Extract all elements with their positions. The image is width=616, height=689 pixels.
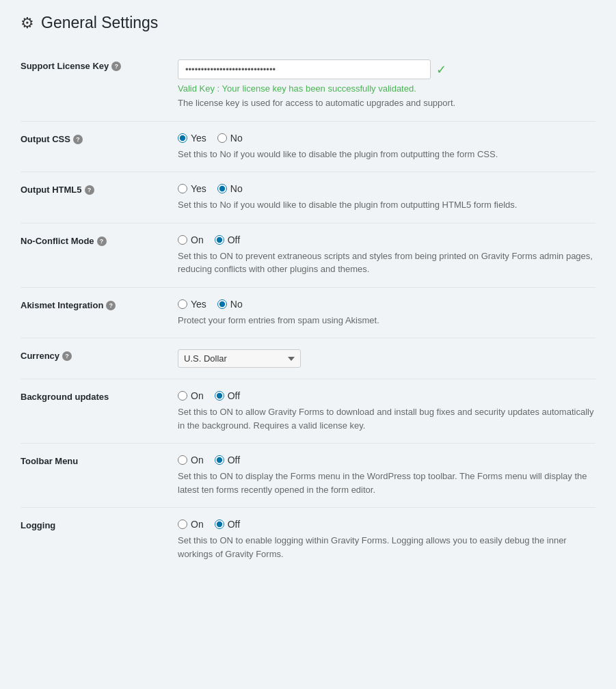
radio-group-background-updates: OnOff bbox=[178, 390, 595, 401]
help-icon-currency[interactable]: ? bbox=[62, 351, 72, 361]
radio-group-logging: OnOff bbox=[178, 519, 595, 530]
label-text-logging: Logging bbox=[21, 520, 55, 530]
help-icon-akismet-integration[interactable]: ? bbox=[106, 301, 116, 310]
label-text-currency: Currency bbox=[21, 351, 59, 361]
radio-input-no-conflict-mode-on[interactable] bbox=[178, 235, 187, 245]
radio-label-toolbar-menu-on: On bbox=[191, 455, 204, 465]
radio-akismet-integration-no[interactable]: No bbox=[217, 299, 243, 310]
radio-label-output-html5-no: No bbox=[230, 183, 243, 194]
settings-row-support-license-key: Support License Key?✓Valid Key : Your li… bbox=[21, 49, 595, 122]
license-valid-icon: ✓ bbox=[436, 62, 446, 77]
label-text-toolbar-menu: Toolbar Menu bbox=[21, 456, 78, 466]
settings-row-background-updates: Background updatesOnOffSet this to ON to… bbox=[21, 379, 595, 444]
radio-input-background-updates-off[interactable] bbox=[215, 391, 224, 401]
content-akismet-integration: YesNoProtect your form entries from spam… bbox=[171, 299, 595, 327]
label-toolbar-menu: Toolbar Menu bbox=[21, 455, 171, 496]
settings-row-output-css: Output CSS?YesNoSet this to No if you wo… bbox=[21, 122, 595, 173]
settings-row-akismet-integration: Akismet Integration?YesNoProtect your fo… bbox=[21, 288, 595, 339]
desc-akismet-integration: Protect your form entries from spam usin… bbox=[178, 314, 595, 327]
label-no-conflict-mode: No-Conflict Mode? bbox=[21, 234, 171, 276]
radio-input-logging-off[interactable] bbox=[215, 519, 224, 529]
radio-label-no-conflict-mode-on: On bbox=[191, 234, 204, 245]
radio-output-html5-yes[interactable]: Yes bbox=[178, 183, 206, 194]
radio-background-updates-on[interactable]: On bbox=[178, 390, 204, 401]
radio-input-toolbar-menu-off[interactable] bbox=[215, 455, 224, 465]
radio-label-akismet-integration-no: No bbox=[230, 299, 243, 310]
radio-label-output-html5-yes: Yes bbox=[191, 183, 206, 194]
desc-no-conflict-mode: Set this to ON to prevent extraneous scr… bbox=[178, 249, 595, 276]
radio-label-background-updates-on: On bbox=[191, 390, 204, 401]
label-text-support-license-key: Support License Key bbox=[21, 61, 109, 71]
content-currency: U.S. DollarEuroBritish Pound bbox=[171, 349, 595, 368]
radio-input-no-conflict-mode-off[interactable] bbox=[215, 235, 224, 245]
desc-logging: Set this to ON to enable logging within … bbox=[178, 534, 595, 560]
radio-akismet-integration-yes[interactable]: Yes bbox=[178, 299, 206, 310]
radio-label-output-css-no: No bbox=[230, 133, 243, 144]
radio-label-logging-off: Off bbox=[228, 519, 240, 530]
content-output-html5: YesNoSet this to No if you would like to… bbox=[171, 183, 595, 212]
settings-container: Support License Key?✓Valid Key : Your li… bbox=[21, 49, 595, 571]
radio-group-toolbar-menu: OnOff bbox=[178, 455, 595, 465]
content-logging: OnOffSet this to ON to enable logging wi… bbox=[171, 519, 595, 560]
radio-toolbar-menu-off[interactable]: Off bbox=[215, 455, 240, 465]
label-logging: Logging bbox=[21, 519, 171, 560]
radio-output-css-no[interactable]: No bbox=[217, 133, 243, 144]
radio-label-akismet-integration-yes: Yes bbox=[191, 299, 206, 310]
radio-background-updates-off[interactable]: Off bbox=[215, 390, 240, 401]
label-text-no-conflict-mode: No-Conflict Mode bbox=[21, 236, 94, 246]
radio-input-output-css-no[interactable] bbox=[217, 133, 227, 143]
radio-input-toolbar-menu-on[interactable] bbox=[178, 455, 187, 465]
desc-output-html5: Set this to No if you would like to disa… bbox=[178, 198, 595, 212]
help-icon-output-html5[interactable]: ? bbox=[85, 185, 94, 195]
radio-group-output-css: YesNo bbox=[178, 133, 595, 144]
help-icon-support-license-key[interactable]: ? bbox=[111, 62, 121, 71]
desc-output-css: Set this to No if you would like to disa… bbox=[178, 148, 595, 161]
gear-icon: ⚙ bbox=[21, 14, 34, 32]
settings-row-logging: LoggingOnOffSet this to ON to enable log… bbox=[21, 508, 595, 571]
desc-background-updates: Set this to ON to allow Gravity Forms to… bbox=[178, 405, 595, 432]
radio-output-css-yes[interactable]: Yes bbox=[178, 133, 206, 144]
content-no-conflict-mode: OnOffSet this to ON to prevent extraneou… bbox=[171, 234, 595, 276]
radio-no-conflict-mode-on[interactable]: On bbox=[178, 234, 204, 245]
content-support-license-key: ✓Valid Key : Your license key has been s… bbox=[171, 59, 595, 110]
label-background-updates: Background updates bbox=[21, 390, 171, 432]
page-header: ⚙ General Settings bbox=[21, 14, 595, 32]
radio-group-akismet-integration: YesNo bbox=[178, 299, 595, 310]
radio-input-akismet-integration-no[interactable] bbox=[217, 299, 227, 309]
radio-label-background-updates-off: Off bbox=[228, 390, 240, 401]
settings-row-output-html5: Output HTML5?YesNoSet this to No if you … bbox=[21, 172, 595, 224]
settings-row-toolbar-menu: Toolbar MenuOnOffSet this to ON to displ… bbox=[21, 444, 595, 508]
radio-input-akismet-integration-yes[interactable] bbox=[178, 299, 187, 309]
radio-toolbar-menu-on[interactable]: On bbox=[178, 455, 204, 465]
label-text-akismet-integration: Akismet Integration bbox=[21, 300, 103, 310]
label-text-output-html5: Output HTML5 bbox=[21, 185, 82, 195]
radio-logging-on[interactable]: On bbox=[178, 519, 204, 530]
radio-input-output-css-yes[interactable] bbox=[178, 133, 187, 143]
desc-toolbar-menu: Set this to ON to display the Forms menu… bbox=[178, 470, 595, 496]
label-akismet-integration: Akismet Integration? bbox=[21, 299, 171, 327]
license-valid-message: Valid Key : Your license key has been su… bbox=[178, 83, 595, 94]
radio-group-no-conflict-mode: OnOff bbox=[178, 234, 595, 245]
license-key-input[interactable] bbox=[178, 59, 431, 79]
settings-row-currency: Currency?U.S. DollarEuroBritish Pound bbox=[21, 338, 595, 379]
select-currency[interactable]: U.S. DollarEuroBritish Pound bbox=[178, 349, 301, 368]
label-output-css: Output CSS? bbox=[21, 133, 171, 161]
label-text-background-updates: Background updates bbox=[21, 392, 109, 402]
content-background-updates: OnOffSet this to ON to allow Gravity For… bbox=[171, 390, 595, 432]
help-icon-no-conflict-mode[interactable]: ? bbox=[97, 237, 107, 246]
radio-no-conflict-mode-off[interactable]: Off bbox=[215, 234, 240, 245]
radio-label-output-css-yes: Yes bbox=[191, 133, 206, 144]
radio-input-output-html5-no[interactable] bbox=[217, 184, 227, 193]
label-currency: Currency? bbox=[21, 349, 171, 368]
radio-input-logging-on[interactable] bbox=[178, 519, 187, 529]
radio-input-output-html5-yes[interactable] bbox=[178, 184, 187, 193]
license-input-wrap: ✓ bbox=[178, 59, 595, 79]
radio-input-background-updates-on[interactable] bbox=[178, 391, 187, 401]
help-icon-output-css[interactable]: ? bbox=[73, 135, 83, 144]
page-title: General Settings bbox=[41, 14, 158, 32]
content-toolbar-menu: OnOffSet this to ON to display the Forms… bbox=[171, 455, 595, 496]
radio-logging-off[interactable]: Off bbox=[215, 519, 240, 530]
radio-output-html5-no[interactable]: No bbox=[217, 183, 243, 194]
content-output-css: YesNoSet this to No if you would like to… bbox=[171, 133, 595, 161]
label-support-license-key: Support License Key? bbox=[21, 59, 171, 110]
